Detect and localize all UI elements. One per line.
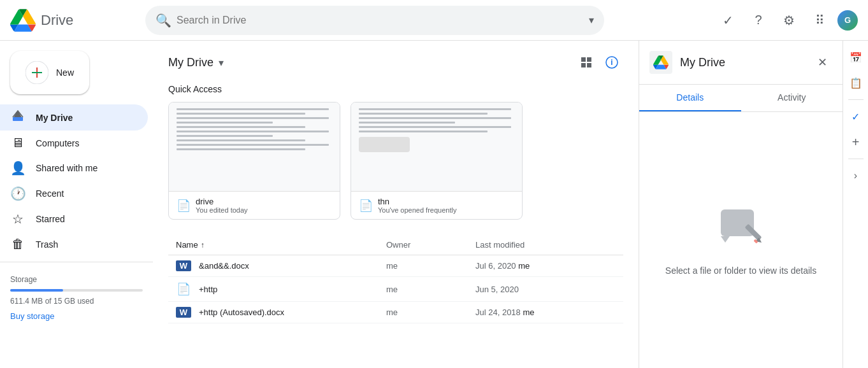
column-modified-label: Last modified	[475, 240, 524, 250]
topbar: Drive 🔍 ▾ ✓ ? ⚙ ⠿ G	[0, 0, 868, 41]
preview-line	[359, 126, 511, 128]
preview-line	[359, 122, 455, 124]
trash-icon: 🗑	[10, 237, 25, 251]
grid-view-button[interactable]	[575, 51, 598, 74]
file-name-3: +http (Autosaved).docx	[199, 308, 386, 317]
storage-bar-fill	[10, 289, 63, 292]
tab-details[interactable]: Details	[639, 85, 741, 111]
sidebar-label-trash: Trash	[36, 239, 58, 250]
buy-storage-link[interactable]: Buy storage	[10, 311, 54, 321]
quick-card-drive-preview	[169, 103, 340, 192]
calendar-icon[interactable]: 📅	[844, 46, 867, 69]
sidebar-label-shared: Shared with me	[36, 163, 98, 173]
file-icon-docx-2: W	[176, 307, 191, 318]
sidebar-item-recent[interactable]: 🕐 Recent	[0, 181, 148, 206]
settings-icon[interactable]: ⚙	[776, 8, 802, 33]
panel-content: Select a file or folder to view its deta…	[639, 112, 843, 368]
storage-label: Storage	[10, 275, 143, 284]
sidebar: New My Drive 🖥 Computers 👤 Shared with m…	[0, 41, 153, 368]
svg-rect-6	[581, 63, 586, 67]
svg-rect-10	[721, 209, 754, 236]
search-icon: 🔍	[156, 13, 171, 28]
sidebar-item-computers[interactable]: 🖥 Computers	[0, 131, 148, 155]
preview-line	[177, 122, 273, 124]
far-right-strip: 📅 📋 ✓ + ›	[843, 41, 868, 368]
quick-card-thn-preview	[351, 103, 522, 192]
apps-icon[interactable]: ⠿	[807, 8, 832, 33]
panel-illustration	[716, 204, 767, 255]
sidebar-label-starred: Starred	[36, 214, 65, 224]
svg-text:i: i	[611, 58, 612, 67]
preview-line	[177, 113, 305, 115]
preview-line	[177, 126, 305, 128]
panel-close-button[interactable]: ✕	[812, 52, 832, 73]
column-name-header[interactable]: Name ↑	[176, 240, 386, 250]
info-button[interactable]: i	[600, 51, 623, 74]
sidebar-label-recent: Recent	[36, 188, 64, 199]
preview-content-thn	[351, 103, 522, 191]
doc-icon-thn: 📄	[359, 199, 373, 213]
svg-rect-3	[13, 117, 23, 121]
svg-rect-5	[587, 57, 591, 62]
preview-content-drive	[169, 103, 340, 191]
file-row[interactable]: W &and&&.docx me Jul 6, 2020 me	[168, 255, 623, 277]
add-icon[interactable]: +	[844, 131, 867, 153]
content-area: My Drive ▾ i	[153, 41, 639, 368]
support-icon[interactable]: ✓	[715, 8, 741, 33]
sidebar-item-starred[interactable]: ☆ Starred	[0, 206, 148, 232]
search-dropdown-icon[interactable]: ▾	[589, 14, 594, 26]
column-owner-label: Owner	[386, 240, 410, 250]
storage-used-text: 611.4 MB of 15 GB used	[10, 297, 143, 306]
computers-icon: 🖥	[10, 136, 25, 150]
drive-caret-icon[interactable]: ▾	[219, 57, 224, 69]
quick-card-thn[interactable]: 📄 thn You've opened frequently	[351, 102, 523, 220]
preview-line	[177, 139, 305, 141]
file-icon-http: 📄	[176, 282, 191, 296]
drive-title: My Drive	[168, 56, 213, 69]
recent-icon: 🕐	[10, 186, 25, 201]
card-name-thn: thn	[378, 197, 456, 206]
preview-line	[359, 117, 511, 119]
column-name-label: Name	[176, 240, 198, 250]
logo-area: Drive	[10, 8, 138, 33]
file-row[interactable]: 📄 +http me Jun 5, 2020	[168, 277, 623, 302]
card-details-thn: thn You've opened frequently	[378, 197, 456, 214]
preview-line	[177, 131, 329, 132]
preview-line	[359, 108, 511, 110]
sidebar-item-shared[interactable]: 👤 Shared with me	[0, 155, 148, 181]
file-modified-2: Jun 5, 2020	[475, 285, 616, 294]
sidebar-item-my-drive[interactable]: My Drive	[0, 104, 148, 131]
quick-card-drive[interactable]: 📄 drive You edited today	[168, 102, 340, 220]
file-owner-1: me	[386, 261, 475, 271]
sidebar-divider	[0, 262, 153, 262]
preview-line	[177, 135, 273, 137]
tasks-icon[interactable]: 📋	[844, 71, 867, 94]
search-input[interactable]	[177, 15, 584, 26]
file-modified-1: Jul 6, 2020 me	[475, 261, 616, 271]
panel-message: Select a file or folder to view its deta…	[665, 265, 816, 276]
search-bar[interactable]: 🔍 ▾	[145, 6, 604, 35]
column-modified-header[interactable]: Last modified	[475, 240, 616, 250]
column-owner-header[interactable]: Owner	[386, 240, 475, 250]
header-view-actions: i	[575, 51, 623, 74]
drive-header: My Drive ▾ i	[168, 51, 623, 74]
avatar[interactable]: G	[837, 10, 858, 31]
tab-activity[interactable]: Activity	[741, 85, 843, 111]
starred-icon: ☆	[10, 211, 25, 227]
sidebar-item-trash[interactable]: 🗑 Trash	[0, 232, 148, 257]
preview-line	[177, 108, 329, 110]
app-name: Drive	[41, 12, 73, 29]
new-button[interactable]: New	[10, 51, 89, 94]
quick-access-grid: 📄 drive You edited today	[168, 102, 623, 220]
card-details-drive: drive You edited today	[196, 197, 248, 214]
check-icon[interactable]: ✓	[844, 105, 867, 128]
card-meta-drive: You edited today	[196, 206, 248, 214]
panel-drive-icon	[649, 51, 672, 74]
quick-card-thn-info: 📄 thn You've opened frequently	[351, 192, 522, 219]
file-row[interactable]: W +http (Autosaved).docx me Jul 24, 2018…	[168, 302, 623, 323]
storage-section: Storage 611.4 MB of 15 GB used Buy stora…	[0, 267, 153, 329]
topbar-actions: ✓ ? ⚙ ⠿ G	[715, 8, 858, 33]
my-drive-icon	[10, 110, 25, 125]
expand-icon[interactable]: ›	[844, 164, 867, 187]
help-icon[interactable]: ?	[746, 8, 771, 33]
